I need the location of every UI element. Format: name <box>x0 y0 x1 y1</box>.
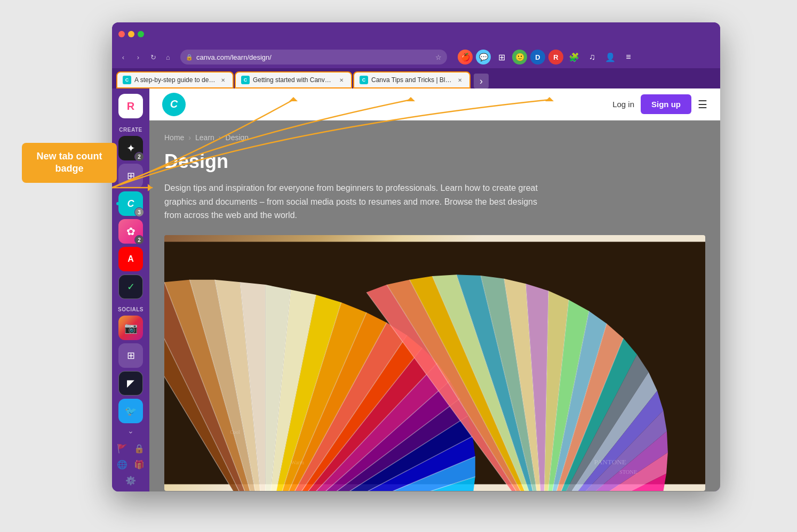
sidebar: R CREATE ✦ 2 ⊞ C 3 ✿ 2 A ✓ <box>112 88 149 491</box>
annotation-badge: New tab count badge <box>22 143 117 183</box>
sidebar-logo-letter: R <box>127 100 134 112</box>
annotation-badge-text: New tab count badge <box>30 150 108 175</box>
traffic-lights <box>118 31 144 37</box>
tab-2[interactable]: C Getting started with Canva – De... ✕ <box>235 71 352 88</box>
sidebar-globe-icon[interactable]: 🌐 <box>116 458 128 470</box>
canva-menu-icon[interactable]: ☰ <box>698 98 707 111</box>
url-text: canva.com/learn/design/ <box>196 53 272 61</box>
music-icon[interactable]: ♫ <box>585 50 600 65</box>
svg-text:Warm: Warm <box>291 459 304 465</box>
r-icon[interactable]: R <box>548 50 563 65</box>
canva-badge: 3 <box>134 207 144 217</box>
apple-icon[interactable]: 🍎 <box>458 50 473 65</box>
color-swatches-image: PANTONE STONE Warm Cool <box>164 235 705 491</box>
address-bar[interactable]: 🔒 canva.com/learn/design/ ☆ <box>180 50 447 65</box>
sidebar-vector-icon[interactable]: ✓ <box>118 275 143 299</box>
sidebar-gift-icon[interactable]: 🎁 <box>133 458 145 470</box>
minimize-button[interactable] <box>128 31 134 37</box>
canva-login-button[interactable]: Log in <box>612 100 634 109</box>
sidebar-lock-icon[interactable]: 🔒 <box>133 442 145 454</box>
maximize-button[interactable] <box>138 31 144 37</box>
reload-button[interactable]: ↻ <box>147 51 159 63</box>
figma-badge: 2 <box>134 152 144 162</box>
sidebar-bottom: 🚩 🔒 🌐 🎁 ⚙️ <box>116 442 145 486</box>
browser-content: C Log in Sign up ☰ Home › Learn › Design… <box>149 88 720 491</box>
sidebar-canva-icon[interactable]: C 3 <box>118 191 143 216</box>
forward-button[interactable]: › <box>132 51 144 63</box>
create-section-label: CREATE <box>119 127 142 133</box>
emoji-icon[interactable]: 🙂 <box>512 50 527 65</box>
tabs-row: C A step-by-step guide to designin... ✕ … <box>112 68 720 88</box>
tab-3-close[interactable]: ✕ <box>456 76 464 84</box>
message-icon[interactable]: 💬 <box>476 50 491 65</box>
close-button[interactable] <box>118 31 125 37</box>
active-indicator <box>116 202 119 205</box>
sidebar-framer-icon[interactable]: ◤ <box>118 371 143 396</box>
sidebar-settings-icon[interactable]: ⚙️ <box>125 474 137 486</box>
breadcrumb-chevron-1: › <box>188 133 191 142</box>
socials-section-label: SOCIALS <box>118 307 144 312</box>
tab-1-favicon: C <box>123 76 131 84</box>
list-icon[interactable]: ⊞ <box>494 50 509 65</box>
breadcrumb: Home › Learn › Design <box>164 133 705 142</box>
tab-1[interactable]: C A step-by-step guide to designin... ✕ <box>116 71 234 88</box>
tab-3[interactable]: C Canva Tips and Tricks | Bloggin... ✕ <box>353 71 471 88</box>
person-icon[interactable]: 👤 <box>603 50 618 65</box>
tab-2-label: Getting started with Canva – De... <box>253 76 334 84</box>
hamburger-menu-icon[interactable]: ≡ <box>621 50 636 65</box>
tab-2-close[interactable]: ✕ <box>337 76 346 84</box>
title-bar <box>112 22 720 46</box>
breadcrumb-learn[interactable]: Learn <box>195 133 214 142</box>
canva-logo: C <box>162 93 186 116</box>
svg-text:Cool: Cool <box>230 429 240 434</box>
lock-icon: 🔒 <box>186 54 193 61</box>
sidebar-sketch-icon[interactable]: ✿ 2 <box>118 219 143 244</box>
back-button[interactable]: ‹ <box>117 51 129 63</box>
sidebar-logo[interactable]: R <box>118 94 143 118</box>
canva-body: Home › Learn › Design Design Design tips… <box>149 120 720 491</box>
canva-nav-right: Log in Sign up ☰ <box>612 94 707 114</box>
tab-1-close[interactable]: ✕ <box>219 76 227 84</box>
canva-navbar: C Log in Sign up ☰ <box>149 88 720 120</box>
sidebar-adobe-icon[interactable]: A <box>118 247 143 271</box>
sidebar-figma-icon[interactable]: ✦ 2 <box>118 136 143 160</box>
puzzle-icon[interactable]: 🧩 <box>567 50 581 65</box>
new-tab-button[interactable]: › <box>474 74 489 88</box>
tab-3-favicon: C <box>360 76 368 84</box>
home-button[interactable]: ⌂ <box>162 51 174 63</box>
bookmark-icon[interactable]: ☆ <box>435 53 442 61</box>
sidebar-flag-icon[interactable]: 🚩 <box>116 442 128 454</box>
breadcrumb-home[interactable]: Home <box>164 133 184 142</box>
tab-3-label: Canva Tips and Tricks | Bloggin... <box>371 76 452 84</box>
browser-window: ‹ › ↻ ⌂ 🔒 canva.com/learn/design/ ☆ 🍎 💬 … <box>112 22 720 491</box>
d-icon[interactable]: D <box>530 50 545 65</box>
address-bar-row: ‹ › ↻ ⌂ 🔒 canva.com/learn/design/ ☆ 🍎 💬 … <box>112 46 720 68</box>
tab-2-favicon: C <box>241 76 250 84</box>
page-heading: Design <box>164 150 705 173</box>
sidebar-instagram-icon[interactable]: 📷 <box>118 316 143 340</box>
tab-1-label: A step-by-step guide to designin... <box>134 76 216 84</box>
canva-signup-button[interactable]: Sign up <box>641 94 691 114</box>
breadcrumb-chevron-2: › <box>219 133 221 142</box>
svg-text:STONE: STONE <box>619 469 637 475</box>
breadcrumb-current: Design <box>226 133 249 142</box>
sidebar-grid-icon[interactable]: ⊞ <box>118 164 143 188</box>
sketch-badge: 2 <box>134 235 144 245</box>
browser-toolbar: 🍎 💬 ⊞ 🙂 D R 🧩 ♫ 👤 ≡ <box>458 50 636 65</box>
page-description: Design tips and inspiration for everyone… <box>164 181 538 222</box>
sidebar-expand-icon[interactable]: ⌄ <box>127 426 134 435</box>
svg-text:PANTONE: PANTONE <box>594 457 626 465</box>
sidebar-grid2-icon[interactable]: ⊞ <box>118 343 143 368</box>
sidebar-twitter-icon[interactable]: 🐦 <box>118 399 143 423</box>
